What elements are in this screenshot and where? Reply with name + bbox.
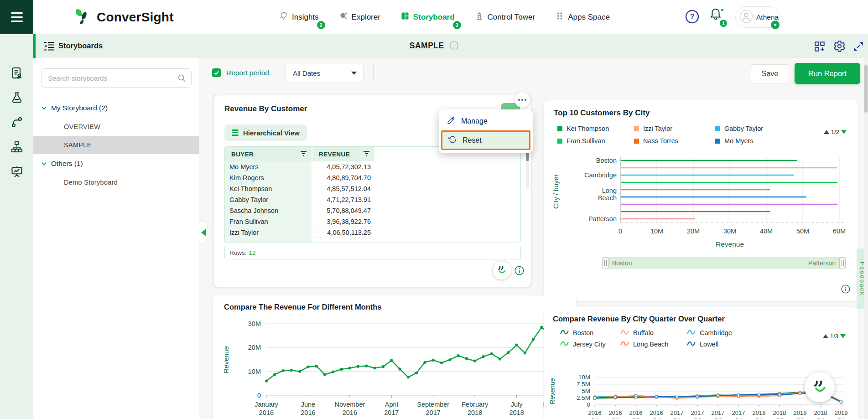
nav-item-insights[interactable]: Insights2 — [279, 11, 319, 23]
nav-item-label: Control Tower — [488, 13, 535, 22]
buyer-cell: Kim Rogers — [225, 172, 312, 183]
svg-text:2019: 2019 — [835, 409, 848, 416]
hierarchy-sitemap-icon[interactable] — [10, 140, 23, 153]
legend-item-nass-torres[interactable]: Nass Torres — [634, 137, 715, 145]
brand-logo[interactable]: ConverSight — [72, 6, 174, 28]
nav-item-storyboard[interactable]: Storyboard3 — [400, 11, 455, 23]
sidebar-item-sample[interactable]: SAMPLE — [33, 136, 199, 154]
widget-info-icon[interactable] — [515, 266, 524, 275]
report-period-checkbox[interactable] — [212, 68, 221, 77]
legend-item-gabby-taylor[interactable]: Gabby Taylor — [715, 125, 788, 132]
menu-item-manage[interactable]: Manage — [441, 112, 530, 130]
notifications-bell-button[interactable]: 1 — [710, 8, 725, 26]
svg-text:2018: 2018 — [509, 409, 524, 416]
widget-menu-button[interactable] — [515, 92, 530, 108]
column-header-buyer[interactable]: BUYER — [225, 147, 312, 161]
date-filter-select[interactable]: All Dates — [285, 64, 364, 82]
legend-label: Buffalo — [633, 329, 654, 336]
svg-text:10M: 10M — [578, 374, 590, 381]
menu-item-reset[interactable]: Reset — [441, 130, 530, 150]
legend-item-jersey-city[interactable]: Jersey City — [560, 341, 620, 348]
pager-down-icon[interactable] — [841, 130, 847, 134]
column-header-revenue[interactable]: REVENUE — [312, 147, 374, 161]
table-row[interactable]: Kim Rogers4,80,89,704.70 — [225, 172, 520, 183]
table-row[interactable]: Fran Sullivan3,96,38,922.76 — [225, 216, 520, 227]
svg-text:2016: 2016 — [588, 409, 602, 416]
svg-text:Revenue: Revenue — [222, 346, 230, 373]
page-info-icon[interactable]: i — [450, 41, 458, 50]
top10-customers-card: Top 10 Customers By City Kei ThompsonIzz… — [544, 100, 858, 301]
category-range-slider[interactable]: Boston Patterson — [602, 257, 846, 269]
run-report-button[interactable]: Run Report — [795, 63, 860, 84]
nav-item-apps-space[interactable]: Apps Space — [555, 11, 610, 23]
legend-item-buffalo[interactable]: Buffalo — [620, 329, 687, 336]
save-button[interactable]: Save — [751, 64, 789, 83]
top10-bar-chart: 010M20M30M40M50M60MBostonCambridgeLongBe… — [552, 149, 848, 253]
nav-item-control-tower[interactable]: Control Tower — [475, 11, 535, 23]
expand-icon[interactable] — [853, 41, 863, 52]
pager-down-icon[interactable] — [840, 334, 846, 338]
table-row[interactable]: Gabby Taylor4,71,22,713.91 — [225, 194, 520, 205]
legend-label: Nass Torres — [643, 137, 678, 145]
legend-item-lowell[interactable]: Lowell — [687, 341, 755, 348]
search-input[interactable] — [42, 74, 178, 82]
svg-text:2018: 2018 — [753, 409, 766, 416]
sidebar-item-overview[interactable]: OVERVIEW — [33, 118, 199, 136]
presentation-chart-icon[interactable] — [10, 165, 23, 178]
report-document-icon[interactable] — [10, 67, 23, 79]
slider-right-handle[interactable] — [839, 257, 846, 269]
pager-up-icon[interactable] — [823, 334, 828, 338]
svg-text:April: April — [385, 401, 398, 408]
widget-info-icon[interactable] — [841, 285, 850, 294]
scrollbar-thumb[interactable] — [864, 65, 868, 113]
legend-item-fran-sullivan[interactable]: Fran Sullivan — [557, 137, 634, 145]
rows-count: 12 — [249, 249, 256, 256]
table-row[interactable]: Izzi Taylor4,06,50,113.25 — [225, 227, 520, 238]
nav-item-explorer[interactable]: Explorer — [339, 11, 380, 23]
experiment-flask-icon[interactable] — [10, 91, 23, 104]
legend-item-boston[interactable]: Boston — [560, 329, 620, 336]
table-row[interactable]: Kei Thompson4,85,57,512.04 — [225, 183, 520, 194]
svg-text:Beach: Beach — [598, 194, 617, 202]
branch-pipeline-icon[interactable] — [10, 116, 23, 129]
svg-text:?: ? — [690, 13, 695, 21]
svg-text:2017: 2017 — [712, 409, 725, 416]
page-scrollbar[interactable] — [864, 58, 868, 419]
legend-item-kei-thompson[interactable]: Kei Thompson — [557, 125, 634, 132]
add-widget-grid-icon[interactable] — [814, 41, 826, 52]
buyer-cell: Izzi Taylor — [225, 227, 312, 238]
svg-text:Q3: Q3 — [796, 417, 804, 419]
buyer-cell: Mo Myers — [225, 161, 312, 172]
filter-icon[interactable] — [300, 151, 307, 158]
pager-up-icon[interactable] — [824, 130, 829, 134]
legend-item-izzi-taylor[interactable]: Izzi Taylor — [634, 125, 715, 132]
slider-left-handle[interactable] — [602, 257, 608, 269]
search-icon[interactable] — [178, 74, 186, 82]
table-row[interactable] — [225, 238, 520, 243]
svg-text:0: 0 — [257, 392, 261, 399]
sidebar-collapse-handle[interactable] — [199, 222, 208, 243]
hamburger-menu-button[interactable] — [0, 0, 33, 34]
nav-item-label: Storyboard — [413, 13, 455, 22]
storyboard-tree: My Storyboard (2)OVERVIEWSAMPLEOthers (1… — [33, 98, 199, 191]
filter-icon[interactable] — [363, 151, 370, 158]
svg-text:Q4: Q4 — [816, 417, 824, 419]
tree-group-my[interactable]: My Storyboard (2) — [33, 98, 199, 118]
svg-text:60M: 60M — [833, 228, 846, 235]
assistant-mascot-button[interactable] — [493, 261, 511, 279]
legend-item-mo-myers[interactable]: Mo Myers — [715, 137, 788, 145]
settings-gear-icon[interactable] — [833, 40, 846, 52]
legend-item-long-beach[interactable]: Long Beach — [620, 341, 687, 348]
help-button[interactable]: ? — [685, 10, 699, 24]
table-row[interactable]: Sascha Johnson5,70,88,049.47 — [225, 205, 520, 216]
assistant-mascot-button[interactable] — [805, 372, 835, 402]
tree-group-others[interactable]: Others (1) — [33, 154, 199, 173]
sidebar-item-demo-storyboard[interactable]: Demo Storyboard — [33, 173, 199, 191]
user-menu[interactable]: Athena ▼ — [735, 6, 780, 28]
wave-icon — [687, 341, 696, 348]
svg-text:Patterson: Patterson — [588, 215, 617, 222]
monthly-revenue-card: Compare The Revenue For Different Months… — [213, 295, 576, 419]
legend-item-cambridge[interactable]: Cambridge — [687, 329, 755, 336]
table-row[interactable]: Mo Myers4,05,72,302.13 — [225, 161, 520, 172]
hierarchical-view-chip[interactable]: Hierarchical View — [224, 124, 307, 141]
